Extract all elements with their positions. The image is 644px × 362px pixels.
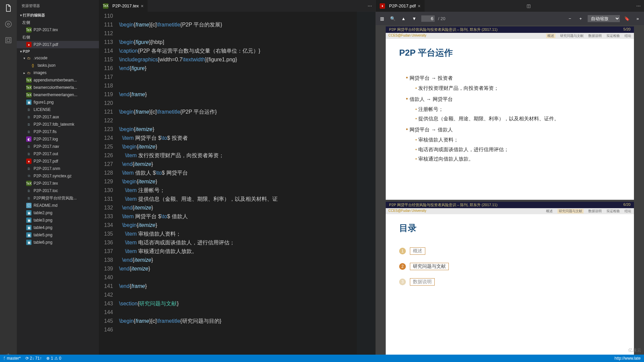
- sidebar-title: 资源管理器: [17, 0, 99, 12]
- file-toc[interactable]: 🗎P2P-2017.toc: [17, 187, 99, 194]
- file-aux[interactable]: 🗎P2P-2017.aux: [17, 113, 99, 121]
- sidebar-toggle-icon[interactable]: ▥: [378, 15, 386, 22]
- code-editor[interactable]: 110 111 112 113 114 115 116 117 118 119 …: [99, 12, 375, 362]
- folder-images[interactable]: ▸🗀images: [17, 69, 99, 76]
- file-icon: 🗎: [26, 166, 32, 171]
- tex-icon: TeX: [26, 77, 32, 83]
- file-table5[interactable]: ▣table5.png: [17, 231, 99, 239]
- file-log[interactable]: ◐P2P-2017.log: [17, 135, 99, 143]
- slide-content: 网贷平台 → 投资者发行投资理财产品，向投资者筹资；借款人 → 网贷平台注册帐号…: [399, 72, 621, 164]
- tab-pdf[interactable]: ♦ P2P-2017.pdf ×: [376, 0, 425, 12]
- folder-icon: 🗀: [26, 70, 32, 75]
- pdf-icon: ♦: [26, 42, 32, 47]
- file-license[interactable]: 🗎LICENSE: [17, 106, 99, 113]
- explorer-sidebar: 资源管理器 ▾打开的编辑器 左侧 TeXP2P-2017.tex 右侧 ♦P2P…: [17, 0, 99, 362]
- pdf-content[interactable]: P2P 网贷平台经营风险与投资者风险意识 – 陈刊, 郑东升 (2017.11)…: [376, 25, 644, 362]
- open-editor-tex[interactable]: TeXP2P-2017.tex: [17, 26, 99, 34]
- page-input[interactable]: [421, 15, 435, 22]
- file-pdf[interactable]: ♦P2P-2017.pdf: [17, 158, 99, 165]
- editor-group: TeX P2P-2017.tex × ⋯ 110 111 112 113 114…: [99, 0, 644, 362]
- right-tabs: ♦ P2P-2017.pdf × ◫ ⋯: [376, 0, 644, 12]
- run-icon[interactable]: [4, 19, 13, 29]
- file-icon: 🗎: [26, 129, 32, 134]
- file-table2[interactable]: ▣table2.png: [17, 209, 99, 217]
- left-tabs: TeX P2P-2017.tex × ⋯: [99, 0, 375, 12]
- pdf-preview-pane: ♦ P2P-2017.pdf × ◫ ⋯ ▥ 🔍 ▲ ▼ / 20 − + 自动…: [376, 0, 644, 362]
- group-left-label: 左侧: [17, 19, 99, 26]
- activity-bar: [0, 0, 17, 362]
- next-page-icon[interactable]: ▼: [411, 15, 418, 22]
- file-figure1[interactable]: ▣figure1.png: [17, 99, 99, 106]
- file-readme[interactable]: ⓘREADME.md: [17, 202, 99, 209]
- explorer-icon[interactable]: [4, 3, 13, 13]
- folder-vscode[interactable]: ▾🗀.vscode: [17, 54, 99, 62]
- tools-icon[interactable]: »: [634, 15, 641, 22]
- close-icon[interactable]: ×: [141, 3, 144, 9]
- tab-tex[interactable]: TeX P2P-2017.tex ×: [99, 0, 148, 12]
- bookmark-icon[interactable]: 🔖: [623, 15, 631, 22]
- tab-label: P2P-2017.tex: [112, 3, 139, 8]
- file-appendix[interactable]: TeXappendixnumberbeam...: [17, 76, 99, 84]
- file-snm[interactable]: 🗎P2P-2017.snm: [17, 165, 99, 172]
- file-table4[interactable]: ▣table4.png: [17, 224, 99, 231]
- open-editor-pdf[interactable]: ♦P2P-2017.pdf: [17, 41, 99, 48]
- archive-icon: ⧉: [26, 173, 32, 179]
- file-synctex[interactable]: ⧉P2P-2017.synctex.gz: [17, 172, 99, 180]
- zoom-out-icon[interactable]: −: [566, 15, 574, 22]
- file-icon: 🗎: [26, 151, 32, 157]
- file-out[interactable]: 🗎P2P-2017.out: [17, 150, 99, 158]
- pdf-toolbar: ▥ 🔍 ▲ ▼ / 20 − + 自动缩放 🔖 »: [376, 12, 644, 25]
- git-branch[interactable]: ᚶ master*: [3, 356, 21, 361]
- git-sync[interactable]: ⟳ 2↓ 71↑: [25, 356, 42, 361]
- svg-rect-3: [7, 39, 10, 42]
- image-icon: ▣: [26, 218, 32, 223]
- open-editors-header[interactable]: ▾打开的编辑器: [17, 12, 99, 19]
- tex-editor-pane: TeX P2P-2017.tex × ⋯ 110 111 112 113 114…: [99, 0, 376, 362]
- latex-icon[interactable]: [4, 36, 13, 45]
- project-header[interactable]: ▾P2P: [17, 48, 99, 54]
- file-tex[interactable]: TeXP2P-2017.tex: [17, 180, 99, 187]
- pdf-icon: ♦: [26, 159, 32, 164]
- svg-point-0: [5, 21, 11, 27]
- zoom-select[interactable]: 自动缩放: [588, 15, 620, 22]
- file-nav[interactable]: 🗎P2P-2017.nav: [17, 143, 99, 150]
- close-icon[interactable]: ×: [418, 3, 421, 9]
- svg-rect-2: [6, 38, 11, 43]
- image-icon: ▣: [26, 232, 32, 238]
- slide-nav: CCES@Fudan University 概述研究问题与文献数据说明实证检验结…: [386, 33, 634, 39]
- zoom-in-icon[interactable]: +: [577, 15, 584, 22]
- file-icon: 🗎: [26, 144, 32, 149]
- tex-icon: TeX: [26, 181, 32, 186]
- info-icon: ⓘ: [26, 203, 32, 208]
- line-gutter: 110 111 112 113 114 115 116 117 118 119 …: [99, 12, 119, 362]
- file-table6[interactable]: ▣table6.png: [17, 239, 99, 246]
- file-beamertheme[interactable]: TeXbeamerthemeerlangen...: [17, 91, 99, 99]
- group-right-label: 右侧: [17, 34, 99, 41]
- url-hint: http://www.late: [614, 356, 641, 361]
- file-docx[interactable]: 🗎P2P网贷平台经营风险...: [17, 194, 99, 202]
- watermark: 亿速云: [628, 347, 641, 353]
- split-icon[interactable]: ◫: [523, 0, 534, 12]
- tex-icon: TeX: [103, 3, 108, 9]
- image-icon: ▣: [26, 100, 32, 105]
- file-beamercolor[interactable]: TeXbeamercolorthemeerla...: [17, 84, 99, 91]
- image-icon: ▣: [26, 225, 32, 230]
- prev-page-icon[interactable]: ▲: [400, 15, 407, 22]
- code-content[interactable]: \begin{frame}[c]\frametitle{P2P 平台的发展} \…: [119, 12, 357, 362]
- file-table3[interactable]: ▣table3.png: [17, 217, 99, 224]
- doc-icon: 🗎: [26, 195, 32, 201]
- pdf-page-6: P2P 网贷平台经营风险与投资者风险意识 – 陈刊, 郑东升 (2017.11)…: [386, 202, 634, 362]
- file-fls[interactable]: 🗎P2P-2017.fls: [17, 128, 99, 135]
- search-icon[interactable]: 🔍: [389, 15, 396, 22]
- status-bar: ᚶ master* ⟳ 2↓ 71↑ ⊗ 1 ⚠ 0 http://www.la…: [0, 355, 644, 362]
- file-tasks-json[interactable]: {}tasks.json: [17, 62, 99, 69]
- problems-indicator[interactable]: ⊗ 1 ⚠ 0: [46, 356, 61, 361]
- tex-icon: TeX: [26, 85, 32, 90]
- editor-more-icon[interactable]: ⋯: [364, 0, 375, 12]
- editor-more-icon[interactable]: ⋯: [633, 0, 644, 12]
- svg-point-1: [7, 23, 9, 25]
- tex-icon: TeX: [26, 27, 32, 33]
- file-fdb[interactable]: 🗎P2P-2017.fdb_latexmk: [17, 121, 99, 128]
- image-icon: ▣: [26, 210, 32, 216]
- minimap[interactable]: [357, 12, 375, 362]
